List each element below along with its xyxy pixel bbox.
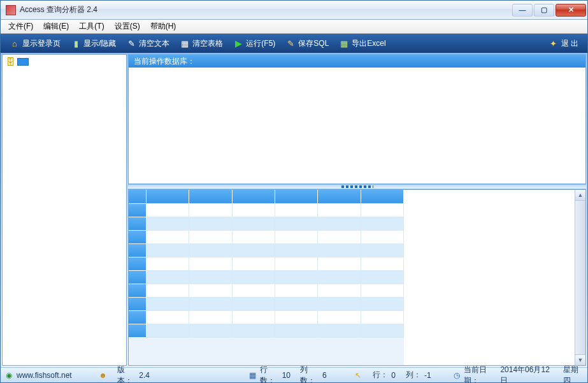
grid-row-header[interactable]: [129, 244, 147, 257]
menu-settings[interactable]: 设置(S): [110, 20, 145, 33]
grid-row[interactable]: [129, 217, 404, 231]
grid-cell[interactable]: [147, 284, 189, 298]
grid-col-header[interactable]: [361, 190, 404, 204]
grid-row[interactable]: [129, 231, 404, 244]
minimize-button[interactable]: —: [512, 4, 533, 17]
grid-cell[interactable]: [318, 257, 361, 271]
grid-cell[interactable]: [147, 324, 189, 338]
grid-cell[interactable]: [189, 311, 232, 324]
exit-button[interactable]: ✦ 退 出: [543, 37, 584, 50]
menu-edit[interactable]: 编辑(E): [38, 20, 74, 33]
grid-cell[interactable]: [189, 231, 232, 244]
grid-cell[interactable]: [189, 284, 232, 298]
grid-cell[interactable]: [361, 271, 404, 284]
menu-help[interactable]: 帮助(H): [145, 20, 182, 33]
grid-cell[interactable]: [318, 284, 361, 298]
vertical-scrollbar[interactable]: ▲ ▼: [575, 190, 585, 365]
grid-cell[interactable]: [318, 244, 361, 257]
grid-cell[interactable]: [275, 271, 318, 284]
tree-root-row[interactable]: 🗄: [3, 55, 126, 69]
grid-col-header[interactable]: [275, 190, 318, 204]
grid-cell[interactable]: [318, 298, 361, 311]
scroll-track[interactable]: [575, 201, 585, 354]
grid-cell[interactable]: [189, 217, 232, 231]
grid-row-header[interactable]: [129, 257, 147, 271]
grid-row[interactable]: [129, 311, 404, 324]
grid-cell[interactable]: [275, 257, 318, 271]
grid-cell[interactable]: [189, 204, 232, 217]
grid-row-header[interactable]: [129, 284, 147, 298]
clear-grid-button[interactable]: ▦ 清空表格: [175, 37, 228, 50]
grid-cell[interactable]: [189, 298, 232, 311]
close-button[interactable]: ✕: [556, 4, 586, 17]
grid-cell[interactable]: [275, 311, 318, 324]
grid-cell[interactable]: [275, 244, 318, 257]
grid-cell[interactable]: [147, 231, 189, 244]
grid-cell[interactable]: [275, 324, 318, 338]
grid-cell[interactable]: [147, 311, 189, 324]
grid-cell[interactable]: [233, 217, 275, 231]
grid-cell[interactable]: [233, 324, 275, 338]
grid-row[interactable]: [129, 271, 404, 284]
grid-cell[interactable]: [147, 257, 189, 271]
grid-row-header[interactable]: [129, 231, 147, 244]
grid-cell[interactable]: [233, 311, 275, 324]
grid-cell[interactable]: [361, 204, 404, 217]
grid-cell[interactable]: [275, 284, 318, 298]
grid-row[interactable]: [129, 204, 404, 217]
grid-cell[interactable]: [233, 271, 275, 284]
grid-cell[interactable]: [189, 271, 232, 284]
grid-cell[interactable]: [189, 257, 232, 271]
grid-cell[interactable]: [361, 244, 404, 257]
grid-cell[interactable]: [361, 217, 404, 231]
grid-cell[interactable]: [233, 298, 275, 311]
run-button[interactable]: ▶ 运行(F5): [228, 37, 280, 50]
scroll-down-icon[interactable]: ▼: [575, 354, 585, 365]
grid-row-header[interactable]: [129, 311, 147, 324]
grid-cell[interactable]: [318, 324, 361, 338]
grid-cell[interactable]: [318, 217, 361, 231]
clear-text-button[interactable]: ✎ 清空文本: [121, 37, 175, 50]
grid-cell[interactable]: [147, 217, 189, 231]
scroll-up-icon[interactable]: ▲: [575, 190, 585, 201]
grid-row-header[interactable]: [129, 204, 147, 217]
sql-textarea[interactable]: [129, 68, 585, 184]
grid-cell[interactable]: [361, 298, 404, 311]
grid-cell[interactable]: [318, 231, 361, 244]
grid-col-header[interactable]: [318, 190, 361, 204]
grid-cell[interactable]: [275, 298, 318, 311]
show-login-button[interactable]: ⌂ 显示登录页: [4, 37, 66, 50]
horizontal-splitter[interactable]: [128, 184, 586, 189]
grid-cell[interactable]: [275, 231, 318, 244]
grid-cell[interactable]: [318, 204, 361, 217]
grid-cell[interactable]: [147, 271, 189, 284]
grid-col-header[interactable]: [189, 190, 232, 204]
grid-cell[interactable]: [275, 204, 318, 217]
grid-cell[interactable]: [147, 204, 189, 217]
grid-cell[interactable]: [147, 298, 189, 311]
status-url[interactable]: www.fishsoft.net: [17, 371, 72, 380]
grid-cell[interactable]: [233, 231, 275, 244]
grid-cell[interactable]: [233, 204, 275, 217]
grid-row[interactable]: [129, 284, 404, 298]
grid-cell[interactable]: [361, 257, 404, 271]
grid-cell[interactable]: [361, 324, 404, 338]
grid-row-header[interactable]: [129, 324, 147, 338]
grid-cell[interactable]: [361, 231, 404, 244]
grid-row-header[interactable]: [129, 298, 147, 311]
grid-cell[interactable]: [318, 311, 361, 324]
grid-row[interactable]: [129, 324, 404, 338]
grid-cell[interactable]: [275, 217, 318, 231]
results-grid[interactable]: [129, 190, 404, 365]
grid-row-header[interactable]: [129, 217, 147, 231]
grid-cell[interactable]: [318, 271, 361, 284]
maximize-button[interactable]: ▢: [534, 4, 554, 17]
menu-tools[interactable]: 工具(T): [74, 20, 109, 33]
grid-cell[interactable]: [233, 257, 275, 271]
grid-cell[interactable]: [361, 311, 404, 324]
grid-cell[interactable]: [189, 324, 232, 338]
grid-cell[interactable]: [233, 284, 275, 298]
database-tree[interactable]: 🗄: [2, 54, 127, 366]
grid-row[interactable]: [129, 257, 404, 271]
grid-cell[interactable]: [361, 284, 404, 298]
